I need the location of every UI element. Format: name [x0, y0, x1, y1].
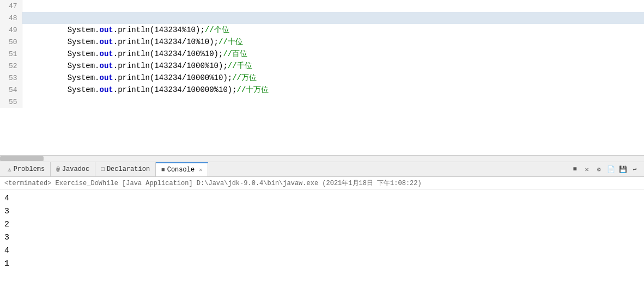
console-output-line: 4 [4, 192, 640, 205]
remove-button[interactable]: ✕ [582, 164, 592, 174]
problems-tab-icon: ⚠ [8, 166, 11, 173]
console-terminated-text: <terminated> Exercise_DoWhile [Java Appl… [0, 177, 644, 190]
console-output-line: 1 [4, 257, 640, 271]
code-line: 49 System.out.println(143234%10);//个位 [0, 24, 644, 36]
code-line: 54 System.out.println(143234/100000%10);… [0, 84, 644, 96]
pin-button[interactable]: ↩ [630, 164, 640, 174]
line-number: 51 [0, 48, 22, 60]
line-number: 53 [0, 72, 22, 84]
line-content: System.out.println(143234/10%10);//十位 [22, 36, 644, 48]
problems-tab-label: Problems [14, 165, 45, 173]
line-number: 48 [0, 12, 22, 24]
tab-console[interactable]: ■Console✕ [156, 162, 208, 176]
console-tab-label: Console [167, 166, 195, 174]
console-tab-close[interactable]: ✕ [199, 167, 202, 173]
stop-button[interactable]: ■ [570, 164, 580, 174]
code-line: 55 [0, 96, 644, 108]
copy-button[interactable]: 📄 [606, 164, 616, 174]
horizontal-scrollbar[interactable] [0, 155, 644, 162]
line-content: System.out.println(143234/100%10);//百位 [22, 48, 644, 60]
tab-bar: ⚠Problems@Javadoc□Declaration■Console✕■✕… [0, 162, 644, 177]
line-content: System.out.println(143234/100000%10);//十… [22, 84, 644, 96]
code-line: 47 [0, 0, 644, 12]
line-number: 52 [0, 60, 22, 72]
line-content: System.out.println(143234%10);//个位 [22, 24, 644, 36]
console-tab-icon: ■ [161, 167, 165, 173]
code-lines: 47 48 49 System.out.println(143234%10);/… [0, 0, 644, 108]
line-number: 47 [0, 0, 22, 12]
line-number: 49 [0, 24, 22, 36]
line-content: System.out.println(143234/10000%10);//万位 [22, 72, 644, 84]
scrollbar-thumb[interactable] [0, 156, 44, 161]
line-number: 55 [0, 96, 22, 108]
save-button[interactable]: 💾 [618, 164, 628, 174]
code-line: 48 [0, 12, 644, 24]
javadoc-tab-icon: @ [56, 166, 60, 173]
console-output-line: 4 [4, 244, 640, 257]
code-line: 53 System.out.println(143234/10000%10);/… [0, 72, 644, 84]
console-output: 432341 [0, 190, 644, 307]
line-content [22, 0, 644, 12]
console-output-line: 3 [4, 205, 640, 218]
console-area: <terminated> Exercise_DoWhile [Java Appl… [0, 177, 644, 307]
settings-button[interactable]: ⚙ [594, 164, 604, 174]
tab-declaration[interactable]: □Declaration [95, 162, 156, 176]
line-content [22, 96, 644, 108]
line-content [22, 12, 644, 24]
tab-problems[interactable]: ⚠Problems [2, 162, 51, 176]
console-output-line: 2 [4, 218, 640, 231]
tab-bar-actions: ■✕⚙📄💾↩ [570, 164, 644, 174]
line-content: System.out.println(143234/1000%10);//千位 [22, 60, 644, 72]
declaration-tab-icon: □ [101, 166, 105, 173]
javadoc-tab-label: Javadoc [62, 165, 89, 173]
code-line: 52 System.out.println(143234/1000%10);//… [0, 60, 644, 72]
code-line: 51 System.out.println(143234/100%10);//百… [0, 48, 644, 60]
line-number: 54 [0, 84, 22, 96]
code-editor: 47 48 49 System.out.println(143234%10);/… [0, 0, 644, 155]
console-output-line: 3 [4, 231, 640, 244]
line-number: 50 [0, 36, 22, 48]
declaration-tab-label: Declaration [107, 165, 150, 173]
code-line: 50 System.out.println(143234/10%10);//十位 [0, 36, 644, 48]
tab-javadoc[interactable]: @Javadoc [51, 162, 95, 176]
